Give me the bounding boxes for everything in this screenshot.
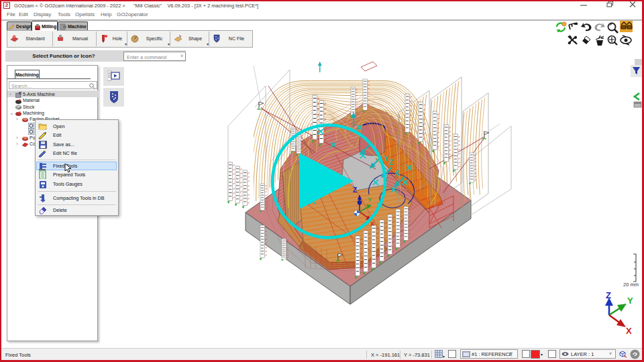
svg-text:X: X <box>626 326 632 336</box>
svg-text:Z: Z <box>353 186 357 194</box>
svg-text:Y: Y <box>627 296 633 306</box>
svg-text:X: X <box>370 221 374 227</box>
svg-text:Y: Y <box>368 196 372 203</box>
svg-text:Z: Z <box>606 290 611 300</box>
svg-text:Z: Z <box>388 158 393 166</box>
svg-text:X: X <box>394 169 400 177</box>
svg-text:20 mm: 20 mm <box>623 282 639 288</box>
